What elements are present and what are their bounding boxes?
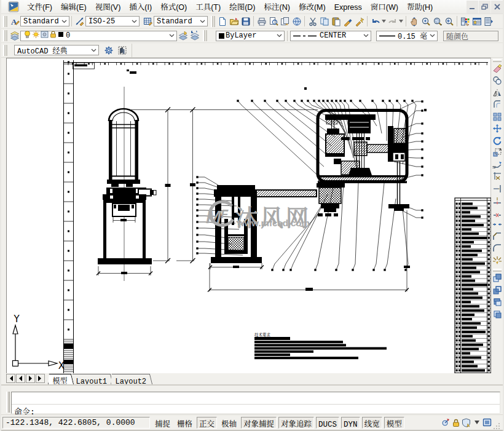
erase-icon[interactable]	[491, 63, 503, 75]
chevron-down-icon[interactable]	[428, 32, 436, 40]
send-under-icon[interactable]	[491, 308, 503, 320]
publish-icon[interactable]	[279, 15, 291, 28]
save-workspace-icon[interactable]	[116, 44, 128, 57]
chamfer-icon[interactable]	[491, 231, 503, 243]
text-style-combo[interactable]: Standard	[20, 16, 69, 26]
new-file-icon[interactable]	[216, 15, 228, 28]
mirror-icon[interactable]	[491, 87, 503, 99]
command-window-grip[interactable]	[6, 392, 10, 413]
scale-icon[interactable]	[491, 147, 503, 159]
rotate-icon[interactable]	[491, 135, 503, 147]
menu-item-3[interactable]: 视图(V)	[91, 1, 125, 14]
window-minimize-button[interactable]	[467, 1, 478, 14]
dwf-icon[interactable]	[291, 15, 302, 28]
menu-item-4[interactable]: 插入(I)	[125, 1, 156, 14]
tab-模型[interactable]: 模型	[45, 374, 74, 384]
menu-item-1[interactable]: 文件(F)	[23, 1, 57, 14]
menu-item-11[interactable]: 窗口(W)	[366, 1, 403, 14]
menu-item-9[interactable]: 修改(M)	[294, 1, 330, 14]
redo-gray-icon[interactable]	[387, 15, 398, 28]
plot-icon[interactable]	[256, 15, 267, 28]
layers-toolbar-grip[interactable]	[3, 30, 7, 41]
status-toggle-捕捉[interactable]: 捕捉	[152, 417, 173, 429]
swatch-icon[interactable]	[58, 31, 64, 40]
status-toggle-对象捕捉[interactable]: 对象捕捉	[241, 417, 277, 429]
tab-nav-prev-button[interactable]	[16, 374, 25, 383]
dropdown-arrow-icon[interactable]	[398, 15, 404, 28]
fillet-icon[interactable]	[491, 243, 503, 255]
send-to-back-icon[interactable]	[491, 284, 503, 296]
coordinates-readout[interactable]: -122.1348, 422.6805, 0.0000	[2, 417, 150, 429]
trim-icon[interactable]	[491, 171, 503, 183]
chevron-down-icon[interactable]	[275, 32, 283, 40]
chevron-down-icon[interactable]	[168, 32, 176, 40]
modify-toolbar-grip[interactable]	[493, 59, 502, 62]
stretch-icon[interactable]	[491, 159, 503, 171]
menu-item-8[interactable]: 标注(N)	[260, 1, 294, 14]
zoom-realtime-icon[interactable]	[420, 15, 431, 28]
extend-icon[interactable]	[491, 183, 503, 195]
window-restore-button[interactable]	[479, 1, 490, 14]
copy-clip-icon[interactable]	[318, 15, 330, 28]
status-toggle-正交[interactable]: 正交	[197, 417, 217, 429]
chevron-down-icon[interactable]	[362, 32, 370, 40]
plot-preview-icon[interactable]	[267, 15, 279, 28]
status-toggle-模型[interactable]: 模型	[384, 417, 404, 429]
table-style-combo[interactable]: Standard	[154, 16, 208, 26]
trusted-autodesk-icon[interactable]	[461, 416, 471, 429]
toolbar-lock-icon[interactable]	[451, 416, 461, 429]
properties-icon[interactable]	[459, 15, 471, 28]
linetype-combo[interactable]: CENTER	[290, 31, 371, 41]
color-combo[interactable]: ByLayer	[216, 31, 285, 41]
lineweight-combo[interactable]: 0.15 毫	[376, 31, 438, 41]
status-toggle-极轴[interactable]: 极轴	[219, 417, 239, 429]
chevron-down-icon[interactable]	[130, 17, 138, 25]
status-toggle-DUCS[interactable]: DUCS	[316, 417, 339, 429]
tab-layout1[interactable]: Layout1	[69, 374, 114, 384]
sun-icon[interactable]	[32, 30, 40, 41]
workspace-settings-icon[interactable]	[103, 44, 114, 57]
command-text-area[interactable]: 命令:	[11, 392, 500, 414]
status-toggle-栅格[interactable]: 栅格	[175, 417, 195, 429]
standard-toolbar-grip[interactable]	[211, 16, 215, 27]
status-toggle-DYN[interactable]: DYN	[341, 417, 360, 429]
chevron-down-icon[interactable]	[199, 17, 207, 25]
styles-toolbar-grip[interactable]	[3, 16, 7, 27]
bulb-icon[interactable]	[23, 30, 31, 41]
break-icon[interactable]	[491, 207, 503, 219]
tab-nav-first-button[interactable]	[6, 374, 15, 383]
block-editor-icon[interactable]	[353, 15, 365, 28]
properties-toolbar-grip[interactable]	[203, 30, 207, 41]
sun-vp-icon[interactable]	[41, 30, 49, 41]
menu-item-6[interactable]: 工具(T)	[191, 1, 225, 14]
match-props-icon[interactable]	[342, 15, 353, 28]
tab-layout2[interactable]: Layout2	[108, 374, 153, 384]
menu-item-12[interactable]: 帮助(H)	[403, 1, 437, 14]
status-toggle-对象追踪[interactable]: 对象追踪	[278, 417, 314, 429]
undo-icon[interactable]	[369, 15, 381, 28]
dim-style-combo[interactable]: ISO-25	[85, 16, 140, 26]
layer-combo[interactable]: 0	[20, 31, 177, 41]
status-toggle-线宽[interactable]: 线宽	[362, 417, 382, 429]
workspace-combo[interactable]: AutoCAD 经典	[14, 45, 99, 55]
menu-item-7[interactable]: 绘图(D)	[225, 1, 259, 14]
menu-item-2[interactable]: 编辑(E)	[57, 1, 91, 14]
text-style-icon[interactable]: A	[9, 15, 20, 28]
cut-icon[interactable]	[307, 15, 318, 28]
explode-icon[interactable]	[491, 255, 503, 267]
lock-icon[interactable]	[49, 30, 57, 41]
tool-palettes-icon[interactable]	[482, 15, 494, 28]
tab-nav-last-button[interactable]	[36, 374, 45, 383]
pan-icon[interactable]	[408, 15, 420, 28]
tray-arrow-icon[interactable]	[471, 416, 482, 429]
layer-manager-icon[interactable]	[9, 30, 20, 42]
break-at-point-icon[interactable]	[491, 195, 503, 207]
dim-style-icon[interactable]	[74, 15, 85, 28]
bring-to-front-icon[interactable]	[491, 272, 503, 285]
draworder-toolbar-grip[interactable]	[493, 269, 502, 272]
zoom-previous-icon[interactable]	[443, 15, 455, 28]
resize-grip[interactable]	[492, 421, 500, 429]
open-icon[interactable]	[228, 15, 240, 28]
menu-item-10[interactable]: Express	[330, 1, 366, 14]
tab-nav-next-button[interactable]	[26, 374, 35, 383]
